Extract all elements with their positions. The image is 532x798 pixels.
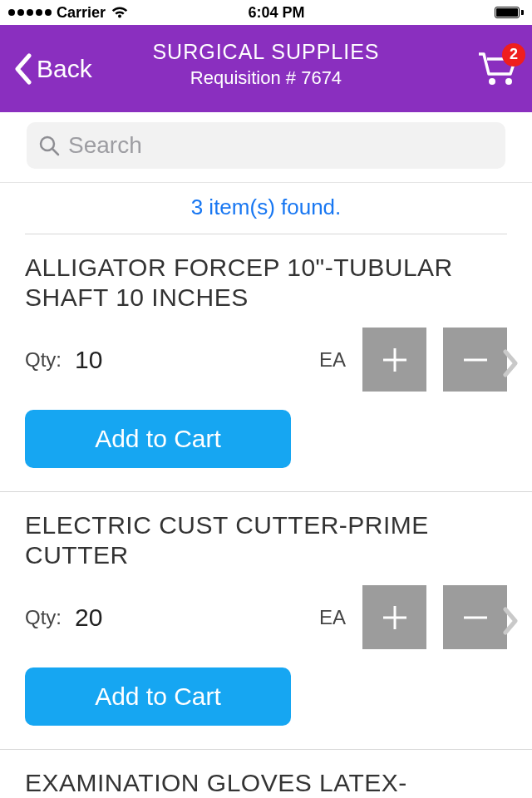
minus-icon xyxy=(459,343,492,377)
qty-label: Qty: xyxy=(25,606,62,629)
add-to-cart-button[interactable]: Add to Cart xyxy=(25,410,291,468)
cart-button[interactable]: 2 xyxy=(477,52,517,86)
cart-badge: 2 xyxy=(502,43,525,66)
carrier-label: Carrier xyxy=(57,4,106,22)
back-label: Back xyxy=(37,55,92,83)
add-to-cart-label: Add to Cart xyxy=(95,425,221,453)
search-input[interactable] xyxy=(68,132,494,159)
plus-icon xyxy=(378,601,411,634)
qty-row: Qty: 20 EA xyxy=(25,585,507,649)
qty-value: 10 xyxy=(75,346,125,374)
item-title: ALLIGATOR FORCEP 10"-TUBULAR SHAFT 10 IN… xyxy=(25,253,507,313)
results-count: 3 item(s) found. xyxy=(25,183,507,234)
search-field[interactable] xyxy=(27,122,505,169)
status-left: Carrier xyxy=(8,4,129,22)
page-subtitle: Requisition # 7674 xyxy=(152,67,379,89)
item-title: ELECTRIC CUST CUTTER-PRIME CUTTER xyxy=(25,510,507,570)
qty-decrease-button[interactable] xyxy=(443,585,507,649)
search-bar xyxy=(0,112,532,183)
svg-point-0 xyxy=(489,78,495,85)
qty-increase-button[interactable] xyxy=(362,328,426,392)
unit-label: EA xyxy=(319,606,346,629)
list-item[interactable]: EXAMINATION GLOVES LATEX-POWDERED LATEXT… xyxy=(0,750,532,798)
status-right xyxy=(424,7,524,18)
qty-increase-button[interactable] xyxy=(362,585,426,649)
search-icon xyxy=(38,135,60,156)
add-to-cart-label: Add to Cart xyxy=(95,682,221,711)
items-list: ALLIGATOR FORCEP 10"-TUBULAR SHAFT 10 IN… xyxy=(0,234,532,798)
header-title-block: SURGICAL SUPPLIES Requisition # 7674 xyxy=(152,40,379,89)
page-title: SURGICAL SUPPLIES xyxy=(152,40,379,64)
header: Back SURGICAL SUPPLIES Requisition # 767… xyxy=(0,25,532,112)
minus-icon xyxy=(459,601,492,634)
plus-icon xyxy=(378,343,411,377)
qty-row: Qty: 10 EA xyxy=(25,328,507,392)
chevron-left-icon xyxy=(13,53,32,85)
wifi-icon xyxy=(111,6,129,19)
status-bar: Carrier 6:04 PM xyxy=(0,0,532,25)
qty-decrease-button[interactable] xyxy=(443,328,507,392)
svg-line-3 xyxy=(52,149,58,155)
signal-strength-icon xyxy=(8,9,52,16)
svg-point-1 xyxy=(505,78,512,85)
status-time: 6:04 PM xyxy=(129,4,424,22)
add-to-cart-button[interactable]: Add to Cart xyxy=(25,667,291,726)
battery-icon xyxy=(495,7,524,18)
qty-value: 20 xyxy=(75,603,125,632)
item-title: EXAMINATION GLOVES LATEX-POWDERED LATEXT… xyxy=(25,768,507,798)
qty-label: Qty: xyxy=(25,348,62,372)
back-button[interactable]: Back xyxy=(13,53,92,85)
list-item[interactable]: ALLIGATOR FORCEP 10"-TUBULAR SHAFT 10 IN… xyxy=(0,234,532,492)
unit-label: EA xyxy=(319,348,346,372)
chevron-right-icon xyxy=(502,607,519,635)
chevron-right-icon xyxy=(502,349,519,377)
list-item[interactable]: ELECTRIC CUST CUTTER-PRIME CUTTER Qty: 2… xyxy=(0,492,532,750)
